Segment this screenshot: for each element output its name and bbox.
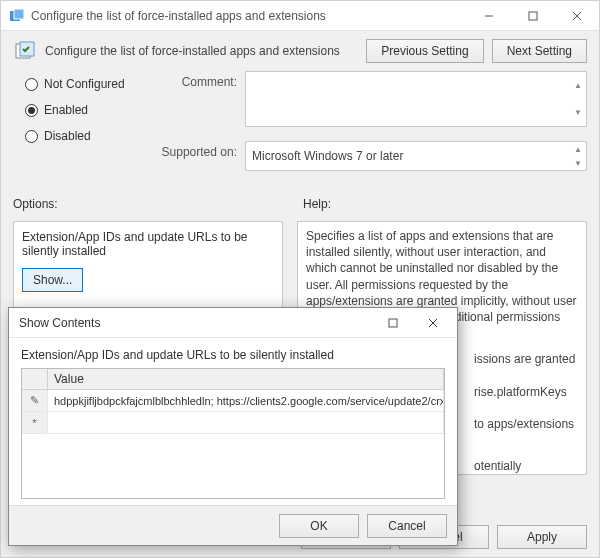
dialog-cancel-button[interactable]: Cancel <box>367 514 447 538</box>
grid-header-value: Value <box>48 369 444 389</box>
apply-button[interactable]: Apply <box>497 525 587 549</box>
radio-label: Not Configured <box>44 77 125 91</box>
grid-row[interactable]: ✎ hdppkjifljbdpckfajcmlblbchhledln; http… <box>22 390 444 412</box>
radio-dot-icon <box>25 78 38 91</box>
previous-setting-button[interactable]: Previous Setting <box>366 39 483 63</box>
maximize-button[interactable] <box>511 1 555 30</box>
help-heading: Help: <box>303 197 331 211</box>
minimize-button[interactable] <box>467 1 511 30</box>
radio-label: Enabled <box>44 103 88 117</box>
radio-dot-icon <box>25 104 38 117</box>
radio-not-configured[interactable]: Not Configured <box>25 77 145 91</box>
close-button[interactable] <box>555 1 599 30</box>
policy-subheading: Configure the list of force-installed ap… <box>45 44 358 58</box>
app-icon <box>9 8 25 24</box>
options-text: Extension/App IDs and update URLs to be … <box>22 230 274 258</box>
policy-icon <box>13 39 37 63</box>
row-marker-edit-icon: ✎ <box>22 390 48 411</box>
comment-field[interactable]: ▲ ▼ <box>245 71 587 127</box>
show-button[interactable]: Show... <box>22 268 83 292</box>
window-title: Configure the list of force-installed ap… <box>31 9 467 23</box>
svg-rect-1 <box>14 9 24 19</box>
comment-label: Comment: <box>145 71 237 89</box>
dialog-ok-button[interactable]: OK <box>279 514 359 538</box>
radio-label: Disabled <box>44 129 91 143</box>
grid-cell-value[interactable]: hdppkjifljbdpckfajcmlblbchhledln; https:… <box>48 390 444 411</box>
dialog-label: Extension/App IDs and update URLs to be … <box>21 348 445 362</box>
dialog-close-button[interactable] <box>413 309 453 337</box>
supported-label: Supported on: <box>145 141 237 159</box>
options-heading: Options: <box>13 197 303 211</box>
next-setting-button[interactable]: Next Setting <box>492 39 587 63</box>
spin-up-icon[interactable]: ▲ <box>570 72 586 99</box>
spin-up-icon[interactable]: ▲ <box>570 142 586 156</box>
spin-down-icon[interactable]: ▼ <box>570 156 586 170</box>
svg-rect-8 <box>389 319 397 327</box>
radio-disabled[interactable]: Disabled <box>25 129 145 143</box>
svg-rect-3 <box>529 12 537 20</box>
spin-down-icon[interactable]: ▼ <box>570 99 586 126</box>
dialog-maximize-button[interactable] <box>373 309 413 337</box>
radio-enabled[interactable]: Enabled <box>25 103 145 117</box>
show-contents-dialog: Show Contents Extension/App IDs and upda… <box>8 307 458 546</box>
supported-field: Microsoft Windows 7 or later ▲ ▼ <box>245 141 587 171</box>
value-grid[interactable]: Value ✎ hdppkjifljbdpckfajcmlblbchhledln… <box>21 368 445 499</box>
radio-dot-icon <box>25 130 38 143</box>
row-marker-new-icon: * <box>22 412 48 433</box>
grid-row[interactable]: * <box>22 412 444 434</box>
grid-corner <box>22 369 48 389</box>
supported-value: Microsoft Windows 7 or later <box>252 149 403 163</box>
dialog-title: Show Contents <box>19 316 373 330</box>
grid-cell-value[interactable] <box>48 412 444 433</box>
